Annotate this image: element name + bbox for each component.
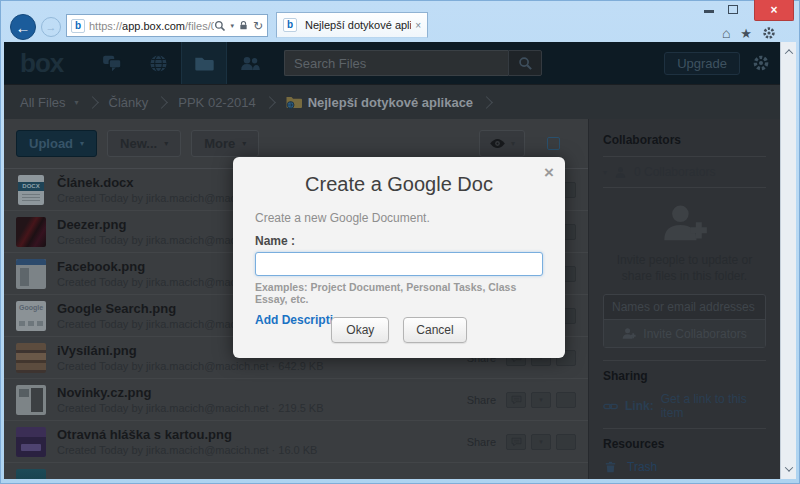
tab-close-icon[interactable]: × [415, 20, 421, 31]
scroll-down-arrow[interactable] [781, 461, 797, 477]
doc-name-label: Name : [255, 234, 543, 248]
refresh-icon[interactable]: ↻ [253, 19, 263, 33]
name-examples-hint: Examples: Project Document, Personal Tas… [255, 281, 543, 305]
home-icon[interactable]: ⌂ [722, 25, 730, 41]
okay-button[interactable]: Okay [331, 317, 389, 343]
box-favicon: b [71, 19, 85, 33]
dialog-description: Create a new Google Document. [255, 211, 543, 225]
address-search-icon[interactable] [214, 20, 226, 32]
back-arrow-icon: ← [16, 19, 31, 36]
browser-chrome: ← → b https://app.box.com/files/0/f ▾ ↻ … [0, 0, 800, 42]
minimize-button[interactable] [704, 10, 714, 13]
lock-icon [238, 20, 249, 31]
window-close-button[interactable]: × [754, 0, 794, 21]
scroll-up-arrow[interactable] [781, 44, 797, 60]
create-google-doc-dialog: × Create a Google Doc Create a new Googl… [233, 157, 565, 358]
browser-tab[interactable]: b Nejlepší dotykové aplikace ... × [276, 12, 428, 38]
tab-favicon: b [283, 18, 297, 32]
close-x-icon: × [770, 3, 777, 17]
dialog-title: Create a Google Doc [233, 173, 565, 196]
browser-settings-gear-icon[interactable] [762, 26, 776, 40]
tab-title: Nejlepší dotykové aplikace ... [305, 19, 411, 31]
forward-button[interactable]: → [41, 17, 61, 37]
browser-window: ← → b https://app.box.com/files/0/f ▾ ↻ … [0, 0, 800, 484]
doc-name-input[interactable] [255, 252, 543, 276]
back-button[interactable]: ← [10, 14, 36, 40]
search-provider-caret-icon[interactable]: ▾ [230, 22, 234, 30]
page-scrollbar[interactable] [780, 42, 796, 479]
dialog-close-icon[interactable]: × [544, 163, 554, 183]
forward-arrow-icon: → [46, 21, 57, 33]
cancel-button[interactable]: Cancel [403, 317, 466, 343]
address-bar[interactable]: b https://app.box.com/files/0/f ▾ ↻ [66, 14, 268, 37]
url-text: https://app.box.com/files/0/f [89, 20, 214, 32]
maximize-button[interactable] [728, 5, 738, 14]
favorites-star-icon[interactable]: ★ [740, 26, 752, 41]
